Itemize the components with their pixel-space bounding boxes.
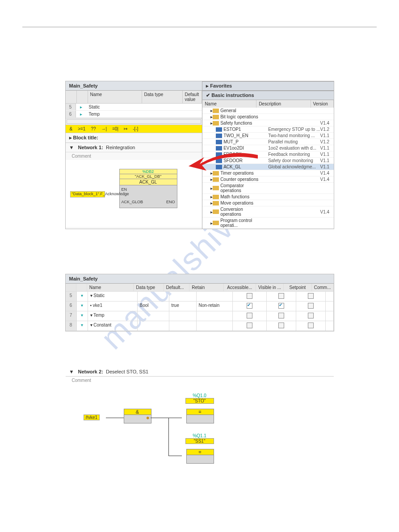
left-pane: Main_Safety Name Data type Default value…: [66, 81, 203, 229]
checkbox[interactable]: [247, 293, 252, 299]
comment-row[interactable]: Comment: [66, 377, 334, 384]
col-name: Name: [87, 284, 134, 291]
table-row[interactable]: 6▾ ▪ vke1BooltrueNon-retain: [66, 302, 334, 311]
col-datatype: Data type: [142, 91, 183, 103]
panel-title: Main_Safety: [66, 81, 202, 91]
assign-gate[interactable]: =: [186, 409, 214, 423]
fbd-area[interactable]: %DB2 "ACK_GL_DB" ACK_GL EN ACK_GLOB ENO …: [66, 160, 202, 227]
folder-icon: [213, 209, 219, 214]
tree-item[interactable]: SFDOORSafety door monitoringV1.1: [202, 158, 333, 164]
network-row[interactable]: ▼ Network 2: Deselect STO, SS1: [66, 367, 334, 376]
block-title-row[interactable]: ▸ Block title:: [66, 133, 202, 143]
checkbox[interactable]: [278, 323, 284, 328]
tree-folder[interactable]: ▸ Move operations: [202, 200, 333, 206]
basic-instructions-header[interactable]: ✔ Basic instructions: [202, 91, 333, 100]
col-comment: Comm...: [312, 284, 334, 291]
out2-name[interactable]: "SS1": [185, 438, 214, 444]
screenshot-3: ▼ Network 2: Deselect STO, SS1 Comment #…: [66, 367, 334, 482]
checkbox[interactable]: [308, 293, 314, 299]
tree-item[interactable]: TWO_H_ENTwo-hand monitoring ...V1.1: [202, 133, 333, 139]
connect-icon[interactable]: ↦: [122, 126, 129, 131]
folder-icon: [213, 121, 219, 126]
checkbox[interactable]: [247, 303, 252, 309]
tree-folder[interactable]: ▸ Conversion operationsV1.4: [202, 206, 333, 218]
var-row[interactable]: 6 ▸ Temp: [66, 111, 202, 118]
block-icon: [216, 134, 222, 138]
db-name: "ACK_GL_DB": [119, 174, 177, 179]
col-tree-version: Version: [311, 100, 334, 108]
block-icon: [216, 146, 222, 151]
checkbox[interactable]: [308, 303, 314, 309]
fbd-toolbar[interactable]: & >=1 ?? →| =0| ↦ -[-]: [66, 125, 202, 133]
var-row[interactable]: 5 ▸ Static: [66, 104, 202, 111]
checkbox[interactable]: [247, 313, 252, 318]
col-datatype: Data type: [134, 284, 164, 291]
checkbox[interactable]: [247, 323, 252, 328]
fbd-area[interactable]: #vke1 & ✱ %Q1.0 "STO" =: [66, 384, 334, 482]
col-accessible: Accessible...: [224, 284, 256, 291]
right-pane: ▸ Favorites ✔ Basic instructions Name De…: [202, 81, 333, 229]
out1-name[interactable]: "STO": [185, 398, 214, 404]
comment-row[interactable]: Comment: [66, 152, 202, 160]
and-gate-icon[interactable]: &: [68, 126, 74, 131]
tree-folder[interactable]: ▸ Program control operati...: [202, 218, 333, 229]
network-row[interactable]: ▼ Network 1: Reintegration: [66, 143, 202, 152]
checkbox[interactable]: [278, 303, 284, 309]
col-default: Default value: [183, 91, 202, 103]
tree-item[interactable]: FDBACKFeedback monitoringV1.1: [202, 151, 333, 158]
var-icon: ▾: [77, 321, 88, 331]
tree-item[interactable]: MUT_PParallel mutingV1.2: [202, 139, 333, 145]
checkbox[interactable]: [278, 293, 284, 299]
folder-icon: [213, 186, 219, 190]
tree-item[interactable]: ESTOP1Emergency STOP up to ...V1.2: [202, 126, 333, 133]
reset-icon[interactable]: =0|: [111, 126, 120, 131]
branch-icon[interactable]: →|: [100, 126, 109, 131]
tree-folder[interactable]: ▸ Counter operationsV1.4: [202, 176, 333, 183]
tree-item[interactable]: ACK_GLGlobal acknowledgme...V1.1: [202, 164, 333, 170]
tree-folder[interactable]: ▸ General: [202, 108, 333, 114]
insert-icon[interactable]: -[-]: [131, 126, 139, 131]
table-row[interactable]: 5▾ ▾ Static: [66, 292, 334, 302]
folder-icon: [213, 221, 219, 225]
folder-icon: [213, 177, 219, 182]
and-gate[interactable]: & ✱: [124, 409, 151, 423]
folder-icon: [213, 201, 219, 205]
var-icon: ▾: [77, 292, 88, 301]
folder-icon: [213, 195, 219, 199]
db-address: %DB2: [119, 169, 177, 174]
checkbox[interactable]: [308, 313, 314, 318]
col-retain: Retain: [189, 284, 224, 291]
block-name: ACK_GL: [119, 179, 177, 185]
or-gate-icon[interactable]: >=1: [76, 126, 87, 131]
block-icon: [216, 159, 222, 163]
screenshot-2: Main_Safety Name Data type Default... Re…: [65, 274, 334, 331]
checkbox[interactable]: [308, 323, 314, 328]
tree-folder[interactable]: ▸ Safety functionsV1.4: [202, 120, 333, 126]
var-name: ▾ Temp: [88, 311, 138, 321]
col-setpoint: Setpoint: [284, 284, 312, 291]
out2-address: %Q1.1: [182, 433, 218, 438]
tree-folder[interactable]: ▸ Math functions: [202, 194, 333, 200]
favorites-header[interactable]: ▸ Favorites: [202, 81, 333, 91]
table-row[interactable]: 8▾ ▾ Constant: [66, 321, 334, 331]
fbd-block[interactable]: %DB2 "ACK_GL_DB" ACK_GL EN ACK_GLOB ENO: [119, 169, 177, 208]
tree-folder[interactable]: ▸ Bit logic operations: [202, 114, 333, 120]
unknown-icon[interactable]: ??: [89, 126, 97, 131]
block-icon: [216, 165, 222, 169]
input-tag[interactable]: "Data_block_1".F_Acknowledge: [70, 191, 105, 197]
tree-item[interactable]: EV1oo2DI1oo2 evaluation with d...V1.1: [202, 145, 333, 151]
assign-gate[interactable]: =: [186, 449, 214, 464]
block-icon: [216, 152, 222, 157]
var-name: ▾ Static: [88, 292, 138, 301]
var-icon: ▸: [76, 104, 87, 110]
checkbox[interactable]: [278, 313, 284, 318]
tree-folder[interactable]: ▸ Comparator operations: [202, 183, 333, 194]
col-tree-name: Name: [202, 100, 256, 108]
tree-folder[interactable]: ▸ Timer operationsV1.4: [202, 170, 333, 176]
var-name: ▾ Constant: [88, 321, 138, 331]
input-tag[interactable]: #vke1: [84, 415, 100, 420]
table-row[interactable]: 7▾ ▾ Temp: [66, 311, 334, 321]
col-default: Default...: [164, 284, 190, 291]
pin-ack: ACK_GLOB: [122, 200, 143, 204]
block-icon: [216, 127, 222, 132]
